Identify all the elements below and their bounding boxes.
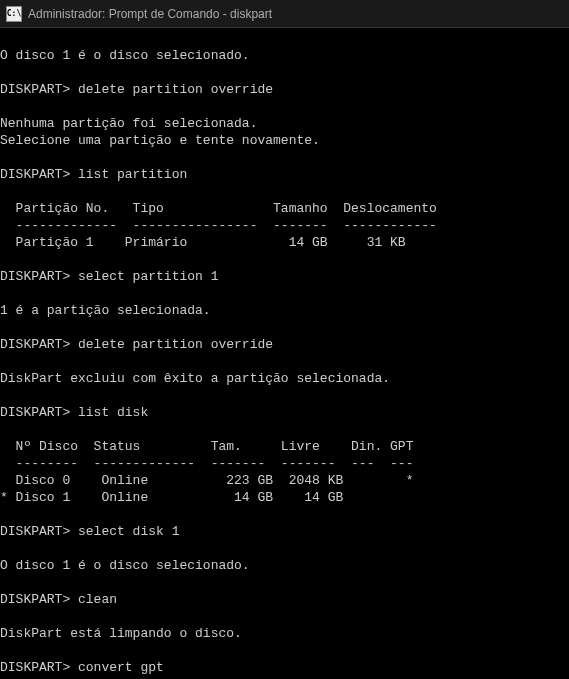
terminal-line: DISKPART> convert gpt	[0, 659, 569, 676]
terminal-line	[0, 64, 569, 81]
terminal-line: O disco 1 é o disco selecionado.	[0, 557, 569, 574]
terminal-line: DiskPart excluiu com êxito a partição se…	[0, 370, 569, 387]
terminal-line	[0, 387, 569, 404]
terminal-line	[0, 574, 569, 591]
terminal-line	[0, 319, 569, 336]
terminal-line: DISKPART> list disk	[0, 404, 569, 421]
terminal-line: DISKPART> select disk 1	[0, 523, 569, 540]
window-titlebar[interactable]: C:\ Administrador: Prompt de Comando - d…	[0, 0, 569, 28]
terminal-line: Partição 1 Primário 14 GB 31 KB	[0, 234, 569, 251]
terminal-line: DISKPART> list partition	[0, 166, 569, 183]
terminal-line: Disco 0 Online 223 GB 2048 KB *	[0, 472, 569, 489]
window-title: Administrador: Prompt de Comando - diskp…	[28, 7, 272, 21]
terminal-line: DISKPART> clean	[0, 591, 569, 608]
terminal-line	[0, 506, 569, 523]
terminal-line	[0, 353, 569, 370]
terminal-output[interactable]: O disco 1 é o disco selecionado. DISKPAR…	[0, 28, 569, 679]
terminal-line	[0, 540, 569, 557]
terminal-line: ------------- ---------------- ------- -…	[0, 217, 569, 234]
terminal-line: DISKPART> select partition 1	[0, 268, 569, 285]
terminal-line: -------- ------------- ------- ------- -…	[0, 455, 569, 472]
terminal-line	[0, 30, 569, 47]
terminal-line: DiskPart está limpando o disco.	[0, 625, 569, 642]
terminal-line	[0, 149, 569, 166]
terminal-line: Selecione uma partição e tente novamente…	[0, 132, 569, 149]
terminal-line	[0, 285, 569, 302]
terminal-line	[0, 98, 569, 115]
cmd-icon: C:\	[6, 6, 22, 22]
terminal-line: Nº Disco Status Tam. Livre Din. GPT	[0, 438, 569, 455]
terminal-line: O disco 1 é o disco selecionado.	[0, 47, 569, 64]
terminal-line: DISKPART> delete partition override	[0, 336, 569, 353]
terminal-line	[0, 608, 569, 625]
terminal-line: Partição No. Tipo Tamanho Deslocamento	[0, 200, 569, 217]
terminal-line: * Disco 1 Online 14 GB 14 GB	[0, 489, 569, 506]
terminal-line	[0, 421, 569, 438]
terminal-line	[0, 251, 569, 268]
terminal-line	[0, 183, 569, 200]
terminal-line: Nenhuma partição foi selecionada.	[0, 115, 569, 132]
terminal-line	[0, 642, 569, 659]
terminal-line: DISKPART> delete partition override	[0, 81, 569, 98]
terminal-line: 1 é a partição selecionada.	[0, 302, 569, 319]
